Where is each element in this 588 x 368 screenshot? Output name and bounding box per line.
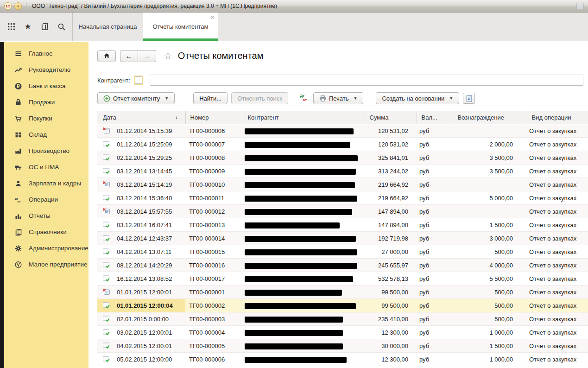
cell-currency: руб (417, 272, 453, 286)
contractor-filter-checkbox[interactable] (135, 76, 142, 84)
cell-date: 01.01.2015 12:00:04 (116, 299, 185, 312)
cell-reward: 1 000,00 (453, 326, 527, 339)
search-icon[interactable] (53, 17, 70, 37)
restore-window-icon[interactable] (576, 3, 584, 9)
contractor-filter-input[interactable] (150, 75, 583, 86)
tab-committent-reports[interactable]: Отчеты комитентам × (143, 13, 218, 41)
column-header-contractor[interactable]: Контрагент (243, 111, 365, 124)
column-header-reward[interactable]: Вознаграждение (453, 111, 527, 124)
1c-logo-icon[interactable]: 1С (4, 2, 12, 10)
tab-close-icon[interactable]: × (211, 15, 214, 20)
forward-arrow-icon: → (143, 52, 151, 60)
table-row[interactable]: 08.12.2014 14:20:29 ТГ00-000016 245 655,… (97, 259, 588, 272)
cell-operation: Отчет о закупках (527, 353, 588, 366)
back-button[interactable]: ← (120, 50, 138, 62)
sidebar-item-administration[interactable]: Администрирование (4, 240, 89, 256)
redaction-bar (245, 155, 358, 161)
cell-operation: Отчет о закупках (527, 138, 588, 151)
find-button[interactable]: Найти... (193, 92, 228, 104)
cell-contractor (243, 339, 365, 353)
sidebar-item-production[interactable]: Производство (4, 143, 89, 159)
table-row[interactable]: 01.12.2014 15:15:39 ТГ00-000006 120 531,… (97, 124, 588, 138)
cell-contractor (243, 178, 365, 191)
cell-sum: 219 664,92 (365, 178, 417, 191)
cell-currency: руб (417, 326, 453, 339)
favorite-star-icon[interactable]: ☆ (164, 51, 172, 62)
column-header-operation[interactable]: Вид операции (527, 111, 588, 124)
table-row[interactable]: 04.12.2014 13:07:11 ТГ00-000015 27 000,0… (97, 245, 588, 259)
cell-status (97, 205, 116, 218)
sidebar-item-reports[interactable]: Отчеты (4, 208, 89, 224)
cancel-search-button[interactable]: Отменить поиск (231, 92, 288, 104)
cell-sum: 219 664,92 (365, 191, 417, 205)
cell-sum: 313 244,02 (365, 165, 417, 178)
column-header-number[interactable]: Номер (185, 111, 243, 124)
cell-date: 01.01.2015 12:00:01 (116, 286, 185, 299)
history-icon[interactable] (36, 17, 53, 37)
cell-number: ТГ00-000009 (185, 165, 243, 178)
sidebar-item-catalogs[interactable]: Справочники (4, 224, 89, 240)
table-row[interactable]: 01.01.2015 12:00:04 ТГ00-000002 99 500,0… (97, 299, 588, 312)
sidebar-item-main[interactable]: Главное (4, 45, 89, 62)
column-header-date[interactable]: Дата ↓ (97, 111, 185, 124)
cell-sum: 192 719,98 (365, 232, 417, 245)
cell-reward: 5 000,00 (453, 191, 527, 205)
cell-currency: руб (417, 151, 453, 165)
doc-posted-icon (102, 329, 111, 336)
cell-date: 16.12.2014 13:08:52 (116, 272, 185, 286)
table-row[interactable]: 01.12.2014 15:25:09 ТГ00-000007 120 531,… (97, 138, 588, 151)
table-row[interactable]: 05.02.2015 12:00:00 ТГ00-000006 12 300,0… (97, 353, 588, 366)
dtkt-icon: ДтКт (300, 94, 307, 102)
sidebar-item-small-business[interactable]: Малое предприятие (4, 256, 89, 273)
cell-contractor (243, 232, 365, 245)
table-row[interactable]: 03.12.2014 15:57:55 ТГ00-000012 147 894,… (97, 205, 588, 218)
cell-operation: Отчет о закупках (527, 312, 588, 326)
new-report-button[interactable]: Отчет комитенту ▼ (97, 92, 175, 104)
sidebar-item-manager[interactable]: Руководителю (4, 62, 89, 78)
tab-strip: Начальная страница Отчеты комитентам × (72, 13, 218, 41)
table-row[interactable]: 03.12.2014 15:36:40 ТГ00-000011 219 664,… (97, 191, 588, 205)
cell-currency: руб (417, 299, 453, 312)
sidebar-item-bank-cash[interactable]: Банк и касса (4, 78, 89, 94)
cell-status (97, 138, 116, 151)
sidebar-item-sales[interactable]: Продажи (4, 94, 89, 110)
table-row[interactable]: 03.02.2015 12:00:01 ТГ00-000004 12 300,0… (97, 326, 588, 339)
sidebar-item-payroll[interactable]: Зарплата и кадры (4, 175, 89, 191)
table-row[interactable]: 03.12.2014 15:14:19 ТГ00-000010 219 664,… (97, 178, 588, 191)
table-row[interactable]: 03.12.2014 16:07:41 ТГ00-000013 147 894,… (97, 218, 588, 232)
table-row[interactable]: 01.01.2015 12:00:01 ТГ00-000001 99 500,0… (97, 286, 588, 299)
sidebar-item-purchases[interactable]: Покупки (4, 110, 89, 127)
sidebar-item-warehouse[interactable]: Склад (4, 127, 89, 143)
page-title: Отчеты комитентам (178, 51, 264, 61)
cell-number: ТГ00-000001 (185, 286, 243, 299)
print-button[interactable]: Печать ▼ (313, 92, 364, 104)
table-row[interactable]: 02.01.2015 0:00:00 ТГ00-000003 235 410,0… (97, 312, 588, 326)
table-row[interactable]: 03.12.2014 13:14:45 ТГ00-000009 313 244,… (97, 165, 588, 178)
tabbar: ★ Начальная страница Отчеты комитентам × (0, 13, 588, 41)
document-button[interactable] (463, 93, 475, 104)
cell-reward: 2 000,00 (453, 138, 527, 151)
tab-home-page[interactable]: Начальная страница (72, 13, 143, 41)
documents-list: Дата ↓ Номер Контрагент Сумма Вал... Воз… (97, 111, 588, 366)
apps-grid-icon[interactable] (3, 17, 19, 37)
titlebar-menu-chevron-icon[interactable]: ▾ (14, 2, 22, 10)
sidebar-item-operations[interactable]: ДтКт Операции (4, 191, 89, 208)
debit-credit-button[interactable]: ДтКт (297, 93, 310, 104)
person-icon (13, 179, 23, 188)
table-row[interactable]: 04.02.2015 12:00:01 ТГ00-000005 30 000,0… (97, 339, 588, 353)
table-row[interactable]: 16.12.2014 13:08:52 ТГ00-000017 532 578,… (97, 272, 588, 286)
forward-button[interactable]: → (138, 50, 156, 62)
doc-deleted-icon (102, 181, 111, 188)
redaction-bar (245, 196, 357, 202)
column-header-sum[interactable]: Сумма (365, 111, 417, 124)
cell-reward: 1 500,00 (453, 218, 527, 232)
table-row[interactable]: 02.12.2014 15:29:25 ТГ00-000008 325 841,… (97, 151, 588, 165)
create-based-on-button[interactable]: Создать на основании ▼ (376, 92, 459, 104)
sidebar-item-fixed-assets[interactable]: ОС и НМА (4, 159, 89, 175)
favorites-star-icon[interactable]: ★ (19, 17, 36, 37)
sidebar-item-label: Малое предприятие (29, 261, 88, 268)
print-label: Печать (329, 95, 349, 102)
home-button[interactable] (97, 50, 116, 62)
column-header-currency[interactable]: Вал... (417, 111, 453, 124)
table-row[interactable]: 04.12.2014 12:43:37 ТГ00-000014 192 719,… (97, 232, 588, 245)
